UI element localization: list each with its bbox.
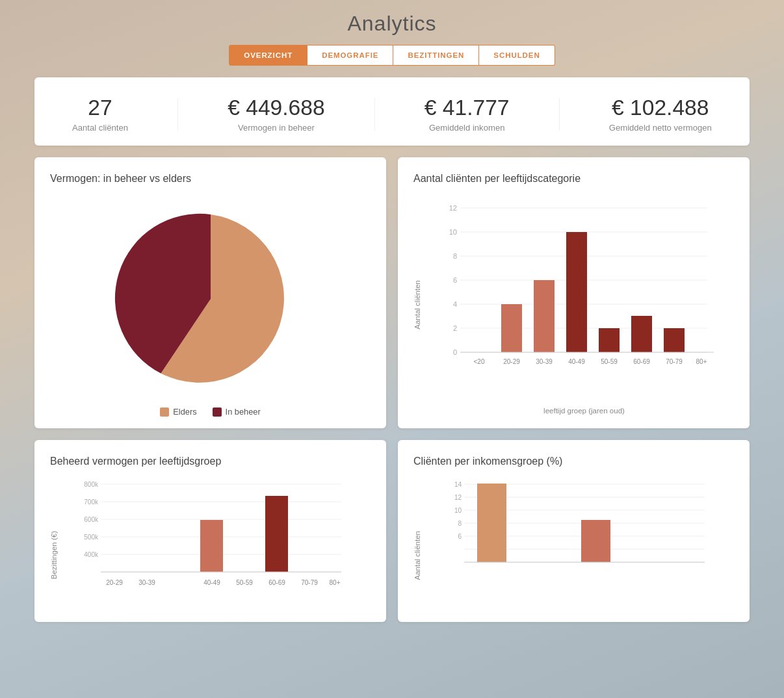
svg-text:10: 10 [454, 507, 462, 514]
tab-bezittingen[interactable]: BEZITTINGEN [393, 45, 479, 66]
svg-text:12: 12 [454, 494, 462, 501]
svg-text:60-69: 60-69 [633, 358, 650, 365]
kpi-netto: € 102.488 Gemiddeld netto vermogen [609, 96, 712, 133]
svg-text:50-59: 50-59 [601, 358, 618, 365]
svg-text:400k: 400k [84, 551, 99, 558]
svg-text:8: 8 [458, 520, 462, 527]
income-y-label: Aantal cliënten [413, 531, 421, 580]
kpi-inkomen-value: € 41.777 [425, 96, 510, 120]
age-bar-x-label: leeftijd groep (jaren oud) [434, 407, 734, 415]
age-bar-chart-svg: 12 10 8 6 4 2 0 <20 20-29 30-39 [434, 195, 714, 403]
legend-swatch-elders [160, 407, 169, 417]
legend-inbeheer: In beheer [213, 407, 261, 417]
bottom-charts-row: Beheerd vermogen per leeftijdsgroep Bezi… [34, 440, 750, 622]
legend-elders: Elders [160, 407, 196, 417]
middle-charts-row: Vermogen: in beheer vs elders E [34, 157, 750, 428]
income-bar-c [581, 520, 610, 562]
income-bar-svg: 14 12 10 8 6 [438, 478, 711, 608]
svg-text:700k: 700k [84, 498, 99, 506]
tab-demografie[interactable]: DEMOGRAFIE [307, 45, 393, 66]
income-bar-a [477, 484, 506, 562]
svg-text:80+: 80+ [696, 358, 707, 365]
svg-text:14: 14 [454, 481, 462, 488]
kpi-inkomen: € 41.777 Gemiddeld inkomen [425, 96, 510, 133]
age-bar-chart-card: Aantal cliënten per leeftijdscategorie A… [398, 157, 750, 428]
bar-50-59 [599, 328, 620, 352]
kpi-divider-2 [374, 98, 375, 131]
pie-container: Elders In beheer [50, 195, 371, 417]
kpi-netto-value: € 102.488 [609, 96, 712, 120]
bar-70-79 [664, 328, 685, 352]
income-chart-card: Cliënten per inkomensgroep (%) Aantal cl… [398, 440, 750, 622]
svg-text:8: 8 [453, 252, 457, 260]
age-bar-chart-title: Aantal cliënten per leeftijdscategorie [413, 173, 734, 185]
income-chart-wrapper: Aantal cliënten 14 12 10 8 6 [413, 478, 734, 610]
kpi-divider-3 [559, 98, 560, 131]
svg-text:6: 6 [453, 276, 457, 284]
legend-label-elders: Elders [173, 407, 196, 417]
wealth-bar-40-49 [200, 520, 223, 572]
svg-text:0: 0 [453, 348, 457, 356]
svg-text:800k: 800k [84, 481, 99, 488]
svg-text:80+: 80+ [330, 579, 341, 586]
svg-text:10: 10 [449, 228, 457, 236]
svg-text:4: 4 [453, 300, 457, 308]
svg-text:70-79: 70-79 [301, 579, 318, 586]
kpi-netto-label: Gemiddeld netto vermogen [609, 123, 712, 133]
svg-text:20-29: 20-29 [503, 358, 520, 365]
svg-text:40-49: 40-49 [203, 579, 220, 586]
wealth-y-label: Bezittingen (€) [50, 531, 58, 579]
svg-text:500k: 500k [84, 534, 99, 541]
kpi-inkomen-label: Gemiddeld inkomen [425, 123, 510, 133]
wealth-chart-card: Beheerd vermogen per leeftijdsgroep Bezi… [34, 440, 386, 622]
svg-text:40-49: 40-49 [568, 358, 585, 365]
svg-text:6: 6 [458, 533, 462, 540]
svg-text:30-39: 30-39 [536, 358, 553, 365]
page-title: Analytics [0, 0, 784, 45]
pie-chart-card: Vermogen: in beheer vs elders E [34, 157, 386, 428]
svg-text:70-79: 70-79 [666, 358, 683, 365]
tab-bar: OVERZICHT DEMOGRAFIE BEZITTINGEN SCHULDE… [0, 45, 784, 66]
svg-text:<20: <20 [474, 358, 485, 365]
income-chart-title: Cliënten per inkomensgroep (%) [413, 456, 734, 467]
age-bar-chart-wrapper: Aantal cliënten 12 10 8 6 4 2 [413, 195, 734, 415]
tab-overzicht[interactable]: OVERZICHT [229, 45, 307, 66]
svg-text:600k: 600k [84, 516, 99, 523]
svg-text:30-39: 30-39 [138, 579, 155, 586]
wealth-bar-60-69 [265, 496, 288, 572]
kpi-vermogen: € 449.688 Vermogen in beheer [228, 96, 324, 133]
kpi-vermogen-value: € 449.688 [228, 96, 324, 120]
svg-text:12: 12 [449, 204, 457, 212]
pie-chart-svg [113, 201, 308, 396]
wealth-bar-svg: 800k 700k 600k 500k 400k 40-49 60-69 20-… [75, 478, 348, 608]
bar-30-39 [534, 280, 555, 352]
wealth-chart-wrapper: Bezittingen (€) 800k 700k 600k 500k 400k [50, 478, 371, 610]
svg-text:2: 2 [453, 324, 457, 332]
tab-schulden[interactable]: SCHULDEN [479, 45, 555, 66]
bar-60-69 [631, 316, 652, 352]
pie-legend: Elders In beheer [160, 407, 260, 417]
wealth-chart-title: Beheerd vermogen per leeftijdsgroep [50, 456, 371, 467]
legend-label-inbeheer: In beheer [226, 407, 261, 417]
legend-swatch-inbeheer [213, 407, 222, 417]
kpi-clients-value: 27 [72, 96, 128, 120]
svg-text:50-59: 50-59 [236, 579, 253, 586]
kpi-clients: 27 Aantal cliënten [72, 96, 128, 133]
kpi-clients-label: Aantal cliënten [72, 123, 128, 133]
kpi-row: 27 Aantal cliënten € 449.688 Vermogen in… [34, 77, 750, 146]
kpi-divider-1 [177, 98, 178, 131]
main-content: 27 Aantal cliënten € 449.688 Vermogen in… [34, 77, 750, 622]
bar-40-49 [566, 232, 587, 352]
svg-text:60-69: 60-69 [268, 579, 285, 586]
age-bar-y-label: Aantal cliënten [413, 280, 421, 330]
kpi-vermogen-label: Vermogen in beheer [228, 123, 324, 133]
pie-chart-title: Vermogen: in beheer vs elders [50, 173, 371, 185]
bar-20-29 [501, 304, 522, 352]
svg-text:20-29: 20-29 [106, 579, 123, 586]
